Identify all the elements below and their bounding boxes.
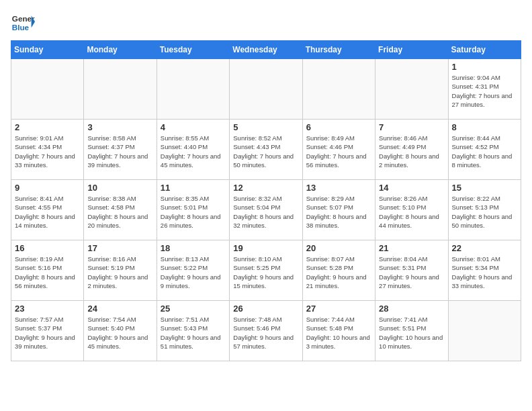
day-info: Sunrise: 7:57 AM Sunset: 5:37 PM Dayligh… (15, 315, 80, 351)
day-number: 12 (233, 183, 298, 193)
day-number: 25 (161, 304, 226, 314)
weekday-header-monday: Monday (84, 41, 157, 59)
weekday-header-friday: Friday (375, 41, 448, 59)
day-number: 13 (306, 183, 371, 193)
day-info: Sunrise: 8:49 AM Sunset: 4:46 PM Dayligh… (306, 134, 371, 169)
day-number: 9 (15, 183, 80, 193)
day-number: 11 (161, 183, 226, 193)
day-info: Sunrise: 8:19 AM Sunset: 5:16 PM Dayligh… (15, 255, 80, 290)
weekday-header-tuesday: Tuesday (157, 41, 229, 59)
day-info: Sunrise: 8:55 AM Sunset: 4:40 PM Dayligh… (161, 134, 226, 169)
day-info: Sunrise: 7:41 AM Sunset: 5:51 PM Dayligh… (379, 315, 444, 351)
calendar-cell (84, 59, 157, 120)
calendar-cell (375, 59, 448, 120)
calendar-cell: 26Sunrise: 7:48 AM Sunset: 5:46 PM Dayli… (230, 301, 302, 361)
calendar-cell: 3Sunrise: 8:58 AM Sunset: 4:37 PM Daylig… (84, 120, 157, 180)
calendar-cell: 7Sunrise: 8:46 AM Sunset: 4:49 PM Daylig… (375, 120, 448, 180)
calendar-cell (230, 59, 302, 120)
calendar-cell: 28Sunrise: 7:41 AM Sunset: 5:51 PM Dayli… (375, 301, 448, 361)
week-row-2: 9Sunrise: 8:41 AM Sunset: 4:55 PM Daylig… (11, 180, 521, 240)
calendar-cell: 16Sunrise: 8:19 AM Sunset: 5:16 PM Dayli… (11, 240, 84, 301)
weekday-header-sunday: Sunday (11, 41, 84, 59)
calendar-cell: 25Sunrise: 7:51 AM Sunset: 5:43 PM Dayli… (157, 301, 229, 361)
day-number: 20 (306, 243, 371, 253)
day-number: 24 (87, 304, 152, 314)
calendar-cell: 21Sunrise: 8:04 AM Sunset: 5:31 PM Dayli… (375, 240, 448, 301)
svg-text:Blue: Blue (12, 23, 30, 32)
day-number: 26 (233, 304, 298, 314)
weekday-header-wednesday: Wednesday (230, 41, 302, 59)
day-number: 3 (87, 122, 152, 132)
day-info: Sunrise: 8:10 AM Sunset: 5:25 PM Dayligh… (233, 255, 298, 290)
day-number: 22 (452, 243, 517, 253)
day-number: 1 (452, 62, 517, 72)
weekday-header-thursday: Thursday (302, 41, 375, 59)
calendar-cell: 4Sunrise: 8:55 AM Sunset: 4:40 PM Daylig… (157, 120, 229, 180)
week-row-4: 23Sunrise: 7:57 AM Sunset: 5:37 PM Dayli… (11, 301, 521, 361)
day-number: 7 (379, 122, 444, 132)
calendar-cell: 23Sunrise: 7:57 AM Sunset: 5:37 PM Dayli… (11, 301, 84, 361)
day-info: Sunrise: 7:51 AM Sunset: 5:43 PM Dayligh… (161, 315, 226, 351)
day-info: Sunrise: 8:58 AM Sunset: 4:37 PM Dayligh… (87, 134, 152, 169)
calendar-cell (11, 59, 84, 120)
calendar-cell: 1Sunrise: 9:04 AM Sunset: 4:31 PM Daylig… (448, 59, 521, 120)
day-number: 8 (452, 122, 517, 132)
day-number: 17 (87, 243, 152, 253)
calendar-cell: 6Sunrise: 8:49 AM Sunset: 4:46 PM Daylig… (302, 120, 375, 180)
calendar-cell: 9Sunrise: 8:41 AM Sunset: 4:55 PM Daylig… (11, 180, 84, 240)
day-number: 28 (379, 304, 444, 314)
calendar-cell: 2Sunrise: 9:01 AM Sunset: 4:34 PM Daylig… (11, 120, 84, 180)
calendar-cell: 17Sunrise: 8:16 AM Sunset: 5:19 PM Dayli… (84, 240, 157, 301)
day-info: Sunrise: 8:13 AM Sunset: 5:22 PM Dayligh… (161, 255, 226, 290)
day-info: Sunrise: 8:52 AM Sunset: 4:43 PM Dayligh… (233, 134, 298, 169)
calendar-cell (157, 59, 229, 120)
calendar-cell: 22Sunrise: 8:01 AM Sunset: 5:34 PM Dayli… (448, 240, 521, 301)
calendar-cell: 13Sunrise: 8:29 AM Sunset: 5:07 PM Dayli… (302, 180, 375, 240)
calendar-cell: 18Sunrise: 8:13 AM Sunset: 5:22 PM Dayli… (157, 240, 229, 301)
day-number: 5 (233, 122, 298, 132)
day-info: Sunrise: 7:48 AM Sunset: 5:46 PM Dayligh… (233, 315, 298, 351)
day-info: Sunrise: 8:44 AM Sunset: 4:52 PM Dayligh… (452, 134, 517, 169)
day-info: Sunrise: 8:35 AM Sunset: 5:01 PM Dayligh… (161, 194, 226, 230)
week-row-1: 2Sunrise: 9:01 AM Sunset: 4:34 PM Daylig… (11, 120, 521, 180)
day-info: Sunrise: 9:04 AM Sunset: 4:31 PM Dayligh… (452, 73, 517, 109)
day-number: 6 (306, 122, 371, 132)
day-info: Sunrise: 8:41 AM Sunset: 4:55 PM Dayligh… (15, 194, 80, 230)
day-info: Sunrise: 7:44 AM Sunset: 5:48 PM Dayligh… (306, 315, 371, 351)
day-info: Sunrise: 8:04 AM Sunset: 5:31 PM Dayligh… (379, 255, 444, 290)
calendar-cell (302, 59, 375, 120)
weekday-header-row: SundayMondayTuesdayWednesdayThursdayFrid… (11, 41, 521, 59)
day-number: 21 (379, 243, 444, 253)
calendar-cell: 20Sunrise: 8:07 AM Sunset: 5:28 PM Dayli… (302, 240, 375, 301)
day-info: Sunrise: 8:07 AM Sunset: 5:28 PM Dayligh… (306, 255, 371, 290)
day-number: 27 (306, 304, 371, 314)
week-row-3: 16Sunrise: 8:19 AM Sunset: 5:16 PM Dayli… (11, 240, 521, 301)
day-info: Sunrise: 9:01 AM Sunset: 4:34 PM Dayligh… (15, 134, 80, 169)
day-number: 19 (233, 243, 298, 253)
calendar-cell (448, 301, 521, 361)
logo-icon: General Blue (11, 11, 35, 35)
day-number: 18 (161, 243, 226, 253)
calendar-cell: 27Sunrise: 7:44 AM Sunset: 5:48 PM Dayli… (302, 301, 375, 361)
day-info: Sunrise: 8:22 AM Sunset: 5:13 PM Dayligh… (452, 194, 517, 230)
day-number: 15 (452, 183, 517, 193)
day-info: Sunrise: 8:01 AM Sunset: 5:34 PM Dayligh… (452, 255, 517, 290)
day-info: Sunrise: 8:29 AM Sunset: 5:07 PM Dayligh… (306, 194, 371, 230)
calendar-cell: 14Sunrise: 8:26 AM Sunset: 5:10 PM Dayli… (375, 180, 448, 240)
day-number: 2 (15, 122, 80, 132)
calendar-cell: 10Sunrise: 8:38 AM Sunset: 4:58 PM Dayli… (84, 180, 157, 240)
calendar-cell: 19Sunrise: 8:10 AM Sunset: 5:25 PM Dayli… (230, 240, 302, 301)
calendar-cell: 8Sunrise: 8:44 AM Sunset: 4:52 PM Daylig… (448, 120, 521, 180)
day-info: Sunrise: 8:32 AM Sunset: 5:04 PM Dayligh… (233, 194, 298, 230)
week-row-0: 1Sunrise: 9:04 AM Sunset: 4:31 PM Daylig… (11, 59, 521, 120)
day-number: 23 (15, 304, 80, 314)
day-info: Sunrise: 8:38 AM Sunset: 4:58 PM Dayligh… (87, 194, 152, 230)
calendar-table: SundayMondayTuesdayWednesdayThursdayFrid… (11, 40, 521, 361)
calendar-cell: 24Sunrise: 7:54 AM Sunset: 5:40 PM Dayli… (84, 301, 157, 361)
calendar-cell: 5Sunrise: 8:52 AM Sunset: 4:43 PM Daylig… (230, 120, 302, 180)
calendar-cell: 15Sunrise: 8:22 AM Sunset: 5:13 PM Dayli… (448, 180, 521, 240)
day-number: 14 (379, 183, 444, 193)
logo: General Blue (11, 11, 35, 35)
day-info: Sunrise: 8:16 AM Sunset: 5:19 PM Dayligh… (87, 255, 152, 290)
day-number: 10 (87, 183, 152, 193)
